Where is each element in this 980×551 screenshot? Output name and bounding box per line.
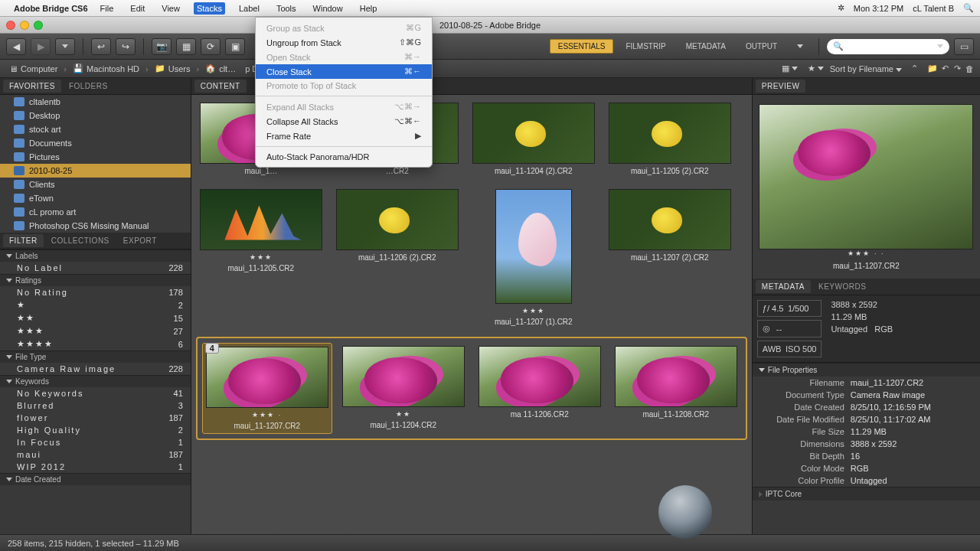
menu-item[interactable]: Close Stack⌘←: [256, 64, 432, 79]
favorite-item[interactable]: eTown: [0, 191, 191, 205]
thumbnail[interactable]: maui_11-1207 (2).CR2: [605, 186, 735, 329]
thumbnail[interactable]: maui_11-1206 (2).CR2: [332, 186, 462, 329]
tab-favorites[interactable]: FAVORITES: [3, 80, 61, 93]
workspace-more-icon[interactable]: [797, 44, 803, 48]
boomerang-button[interactable]: ↩: [91, 38, 111, 55]
favorite-item[interactable]: Photoshop CS6 Missing Manual: [0, 219, 191, 233]
tab-content[interactable]: CONTENT: [194, 80, 247, 93]
filter-row[interactable]: ★★★27: [0, 324, 191, 337]
filter-group-header[interactable]: Ratings: [0, 274, 191, 286]
menu-item[interactable]: Collapse All Stacks⌥⌘←: [256, 114, 432, 129]
workspace-output[interactable]: OUTPUT: [738, 40, 785, 53]
menu-label[interactable]: Label: [236, 2, 263, 15]
menu-edit[interactable]: Edit: [127, 2, 148, 15]
menu-item[interactable]: Ungroup from Stack⇧⌘G: [256, 35, 432, 50]
favorite-item[interactable]: Clients: [0, 178, 191, 191]
thumbnail-rating[interactable]: ★★★ ·: [252, 411, 282, 419]
workspace-filmstrip[interactable]: FILMSTRIP: [618, 40, 673, 53]
menu-item[interactable]: Auto-Stack Panorama/HDR: [256, 150, 432, 164]
thumbnail-rating[interactable]: ★★★: [522, 307, 545, 315]
filter-row[interactable]: No Label228: [0, 262, 191, 274]
preview-image[interactable]: [759, 104, 973, 249]
rotate-ccw-icon[interactable]: ↶: [939, 63, 951, 75]
favorite-item[interactable]: Desktop: [0, 109, 191, 122]
thumbnail[interactable]: ★★★ ·maui_11-1207.CR2: [202, 343, 332, 434]
back-button[interactable]: ◀: [6, 38, 26, 55]
tab-keywords[interactable]: KEYWORDS: [812, 280, 872, 293]
menu-window[interactable]: Window: [310, 2, 346, 15]
thumbnail-rating[interactable]: ★★: [396, 410, 411, 418]
refresh-button[interactable]: ⟳: [201, 38, 220, 55]
thumbnail[interactable]: ★★maui_11-1204.CR2: [338, 343, 469, 434]
rotate-cw-icon[interactable]: ↷: [951, 63, 963, 75]
menu-file[interactable]: File: [97, 2, 117, 15]
search-icon[interactable]: 🔍: [963, 3, 974, 13]
search-input[interactable]: 🔍: [827, 39, 949, 54]
close-window-button[interactable]: [6, 21, 15, 30]
crumb-computer[interactable]: 🖥 Computer: [5, 63, 62, 75]
crumb-home[interactable]: 🏠 clt…: [201, 62, 240, 75]
crumb-hd[interactable]: 💾 Macintosh HD: [68, 62, 144, 75]
user-menu[interactable]: cL Talent B: [913, 4, 954, 13]
filter-row[interactable]: ★★★★6: [0, 337, 191, 350]
filter-row[interactable]: flower187: [0, 412, 191, 424]
filter-group-header[interactable]: File Type: [0, 350, 191, 363]
refine-button[interactable]: ▦: [176, 38, 196, 55]
filter-row[interactable]: ★2: [0, 298, 191, 311]
favorite-item[interactable]: stock art: [0, 122, 191, 136]
recent-button[interactable]: [55, 38, 75, 55]
sort-by[interactable]: Sort by Filename: [824, 63, 908, 75]
filter-group-header[interactable]: Keywords: [0, 375, 191, 387]
thumbnail[interactable]: maui_11-1208.CR2: [611, 343, 741, 434]
metadata-section-header[interactable]: File Properties: [753, 363, 980, 377]
camera-import-button[interactable]: 📷: [152, 38, 172, 55]
filter-row[interactable]: No Keywords41: [0, 387, 191, 399]
tab-metadata[interactable]: METADATA: [756, 280, 811, 293]
star-filter-icon[interactable]: ★: [805, 63, 818, 75]
filter-row[interactable]: High Quality2: [0, 424, 191, 436]
menu-tools[interactable]: Tools: [273, 2, 299, 15]
reveal-button[interactable]: ↪: [116, 38, 136, 55]
filter-row[interactable]: Blurred3: [0, 399, 191, 412]
minimize-window-button[interactable]: [20, 21, 29, 30]
favorite-item[interactable]: Pictures: [0, 150, 191, 164]
tab-folders[interactable]: FOLDERS: [63, 80, 114, 93]
filter-group-header[interactable]: Labels: [0, 249, 191, 262]
new-folder-icon[interactable]: 📁: [926, 63, 939, 75]
favorite-item[interactable]: 2010-08-25: [0, 164, 191, 178]
clock[interactable]: Mon 3:12 PM: [854, 4, 903, 13]
open-app-button[interactable]: ▣: [225, 38, 245, 55]
filter-row[interactable]: maui187: [0, 448, 191, 461]
favorite-item[interactable]: cltalentb: [0, 95, 191, 109]
filter-row[interactable]: Camera Raw image228: [0, 363, 191, 375]
filter-group-header[interactable]: Date Created: [0, 473, 191, 485]
trash-icon[interactable]: 🗑: [963, 63, 975, 75]
thumbnail[interactable]: ma 11-1206.CR2: [475, 343, 605, 434]
filter-row[interactable]: ★★15: [0, 311, 191, 324]
preview-rating[interactable]: ★★★ · ·: [848, 249, 884, 257]
workspace-essentials[interactable]: ESSENTIALS: [550, 39, 614, 54]
tab-export[interactable]: EXPORT: [117, 234, 163, 247]
thumbnail[interactable]: ★★★maui_11-1207 (1).CR2: [469, 186, 599, 329]
sort-direction-icon[interactable]: ⌃: [908, 63, 920, 75]
tab-preview[interactable]: PREVIEW: [756, 80, 806, 93]
forward-button[interactable]: ▶: [31, 38, 51, 55]
thumbnail[interactable]: ★★★maui_11-1205.CR2: [196, 186, 326, 329]
favorite-item[interactable]: Documents: [0, 136, 191, 150]
filter-row[interactable]: No Rating178: [0, 286, 191, 298]
spotlight-icon[interactable]: ✲: [838, 3, 844, 13]
tab-collections[interactable]: COLLECTIONS: [45, 234, 116, 247]
favorite-item[interactable]: cL promo art: [0, 205, 191, 219]
thumbnail[interactable]: maui_11-1204 (2).CR2: [469, 99, 599, 178]
menu-view[interactable]: View: [158, 2, 183, 15]
workspace-metadata[interactable]: METADATA: [678, 40, 733, 53]
compact-mode-button[interactable]: ▭: [954, 38, 974, 55]
metadata-section-header[interactable]: IPTC Core: [753, 487, 980, 500]
view-options-icon[interactable]: ▦: [779, 63, 792, 75]
tab-filter[interactable]: FILTER: [3, 234, 44, 247]
zoom-window-button[interactable]: [34, 21, 43, 30]
thumbnail[interactable]: maui_11-1205 (2).CR2: [605, 99, 735, 178]
filter-row[interactable]: In Focus1: [0, 436, 191, 448]
stack-group[interactable]: 4 ★★★ ·maui_11-1207.CR2★★maui_11-1204.CR…: [196, 337, 747, 440]
menu-help[interactable]: Help: [357, 2, 381, 15]
